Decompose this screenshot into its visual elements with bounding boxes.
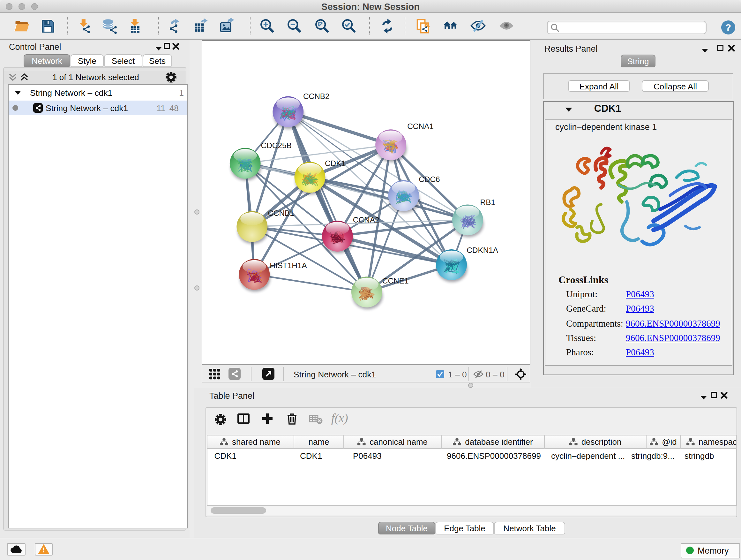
svg-text:CDC25B: CDC25B: [261, 141, 292, 150]
svg-text:RB1: RB1: [480, 198, 495, 206]
svg-text:CCNB2: CCNB2: [303, 92, 330, 101]
svg-text:CCNA1: CCNA1: [407, 122, 434, 131]
svg-text:CDK1: CDK1: [325, 159, 346, 168]
svg-text:CCNE1: CCNE1: [382, 276, 409, 285]
svg-text:HIST1H1A: HIST1H1A: [270, 261, 307, 270]
svg-text:CCNB1: CCNB1: [268, 209, 294, 217]
svg-text:CCNA2: CCNA2: [353, 215, 380, 224]
svg-text:CDKN1A: CDKN1A: [467, 246, 498, 254]
svg-text:CDC6: CDC6: [419, 175, 440, 184]
